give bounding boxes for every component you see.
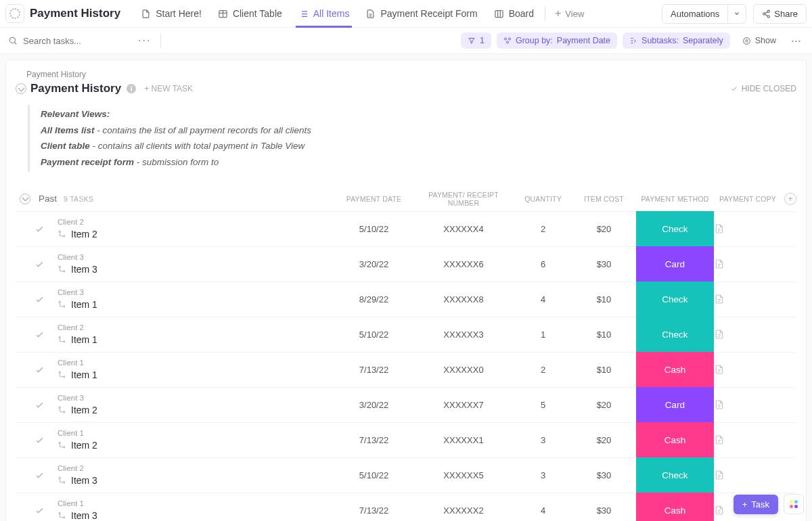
- row-cost[interactable]: $20: [572, 400, 636, 410]
- row-date[interactable]: 7/13/22: [335, 435, 413, 445]
- row-name-cell[interactable]: Client 1 Item 1: [55, 359, 335, 380]
- new-task-link[interactable]: + NEW TASK: [144, 84, 193, 93]
- row-method-badge[interactable]: Check: [636, 211, 714, 246]
- group-name[interactable]: Past: [39, 194, 57, 204]
- show-button[interactable]: Show: [736, 32, 783, 49]
- collapse-toggle-icon[interactable]: [16, 83, 26, 94]
- row-copy[interactable]: [714, 329, 782, 340]
- row-checkmark-icon[interactable]: [35, 224, 55, 234]
- row-checkmark-icon[interactable]: [35, 435, 55, 445]
- row-cost[interactable]: $20: [572, 435, 636, 445]
- row-copy[interactable]: [714, 223, 782, 234]
- row-date[interactable]: 7/13/22: [335, 365, 413, 375]
- row-copy[interactable]: [714, 258, 782, 269]
- table-row[interactable]: Client 3 Item 3 3/20/22 XXXXXX6 6 $30 Ca…: [16, 246, 796, 281]
- more-options-icon[interactable]: ···: [788, 34, 804, 48]
- row-quantity[interactable]: 5: [514, 400, 572, 410]
- table-row[interactable]: Client 3 Item 1 8/29/22 XXXXXX8 4 $10 Ch…: [16, 281, 796, 317]
- row-cost[interactable]: $30: [572, 470, 636, 480]
- automations-button[interactable]: Automations: [662, 4, 728, 24]
- row-date[interactable]: 5/10/22: [335, 224, 413, 234]
- add-view-button[interactable]: + View: [548, 7, 591, 20]
- row-checkmark-icon[interactable]: [35, 400, 55, 410]
- filter-count-pill[interactable]: 1: [461, 32, 491, 49]
- row-checkmark-icon[interactable]: [35, 294, 55, 304]
- row-name-cell[interactable]: Client 3 Item 2: [55, 394, 335, 415]
- col-payment-method[interactable]: PAYMENT METHOD: [636, 195, 714, 203]
- group-by-pill[interactable]: Group by: Payment Date: [497, 32, 617, 49]
- apps-button[interactable]: [784, 494, 804, 514]
- row-receipt[interactable]: XXXXXX2: [413, 505, 514, 516]
- row-name-cell[interactable]: Client 2 Item 1: [55, 323, 335, 345]
- row-cost[interactable]: $10: [572, 330, 636, 340]
- row-name-cell[interactable]: Client 1 Item 3: [55, 499, 335, 521]
- row-date[interactable]: 5/10/22: [335, 330, 413, 340]
- row-name-cell[interactable]: Client 1 Item 2: [55, 429, 335, 451]
- group-collapse-icon[interactable]: [20, 194, 30, 204]
- new-task-fab[interactable]: + Task: [734, 495, 778, 514]
- hide-closed-button[interactable]: HIDE CLOSED: [730, 84, 796, 93]
- table-row[interactable]: Client 1 Item 3 7/13/22 XXXXXX2 4 $30 Ca…: [16, 493, 796, 522]
- row-date[interactable]: 5/10/22: [335, 470, 413, 480]
- row-name-cell[interactable]: Client 2 Item 3: [55, 464, 335, 486]
- table-row[interactable]: Client 2 Item 3 5/10/22 XXXXXX5 3 $30 Ch…: [16, 457, 796, 493]
- row-method-badge[interactable]: Cash: [636, 352, 714, 387]
- row-cost[interactable]: $20: [572, 224, 636, 234]
- row-receipt[interactable]: XXXXXX3: [413, 330, 514, 340]
- table-row[interactable]: Client 2 Item 2 5/10/22 XXXXXX4 2 $20 Ch…: [16, 211, 796, 246]
- automations-chevron[interactable]: [728, 4, 746, 24]
- row-quantity[interactable]: 2: [514, 365, 572, 375]
- search-more-icon[interactable]: ···: [131, 35, 158, 47]
- row-date[interactable]: 7/13/22: [335, 505, 413, 516]
- row-quantity[interactable]: 3: [514, 435, 572, 445]
- table-row[interactable]: Client 2 Item 1 5/10/22 XXXXXX3 1 $10 Ch…: [16, 317, 796, 352]
- logo-box[interactable]: [5, 4, 24, 23]
- search-wrap[interactable]: [8, 36, 131, 46]
- col-item-cost[interactable]: ITEM COST: [572, 195, 636, 203]
- row-receipt[interactable]: XXXXXX6: [413, 259, 514, 269]
- row-checkmark-icon[interactable]: [35, 470, 55, 480]
- row-quantity[interactable]: 6: [514, 259, 572, 269]
- row-receipt[interactable]: XXXXXX8: [413, 294, 514, 304]
- row-checkmark-icon[interactable]: [35, 505, 55, 516]
- col-receipt-number[interactable]: PAYMENT/ RECEIPT NUMBER: [413, 191, 514, 207]
- row-date[interactable]: 8/29/22: [335, 294, 413, 304]
- tab-board[interactable]: Board: [486, 0, 542, 27]
- row-method-badge[interactable]: Cash: [636, 493, 714, 521]
- row-checkmark-icon[interactable]: [35, 365, 55, 375]
- row-copy[interactable]: [714, 470, 782, 480]
- col-payment-date[interactable]: PAYMENT DATE: [335, 195, 413, 203]
- row-name-cell[interactable]: Client 2 Item 2: [55, 218, 335, 240]
- row-cost[interactable]: $10: [572, 365, 636, 375]
- row-checkmark-icon[interactable]: [35, 259, 55, 269]
- row-receipt[interactable]: XXXXXX1: [413, 435, 514, 445]
- row-quantity[interactable]: 1: [514, 330, 572, 340]
- row-cost[interactable]: $30: [572, 505, 636, 516]
- row-method-badge[interactable]: Check: [636, 281, 714, 317]
- row-method-badge[interactable]: Check: [636, 317, 714, 352]
- row-quantity[interactable]: 4: [514, 505, 572, 516]
- row-receipt[interactable]: XXXXXX5: [413, 470, 514, 480]
- info-icon[interactable]: i: [127, 84, 136, 93]
- breadcrumb[interactable]: Payment History: [26, 70, 796, 79]
- row-copy[interactable]: [714, 434, 782, 445]
- row-receipt[interactable]: XXXXXX4: [413, 224, 514, 234]
- tab-client-table[interactable]: Client Table: [210, 0, 290, 27]
- col-payment-copy[interactable]: PAYMENT COPY: [714, 195, 782, 203]
- row-quantity[interactable]: 3: [514, 470, 572, 480]
- row-copy[interactable]: [714, 294, 782, 304]
- row-name-cell[interactable]: Client 3 Item 1: [55, 288, 335, 310]
- col-quantity[interactable]: QUANTITY: [514, 195, 572, 203]
- row-cost[interactable]: $10: [572, 294, 636, 304]
- tab-all-items[interactable]: All Items: [290, 0, 358, 27]
- row-date[interactable]: 3/20/22: [335, 259, 413, 269]
- row-date[interactable]: 3/20/22: [335, 400, 413, 410]
- row-method-badge[interactable]: Cash: [636, 422, 714, 457]
- add-column-button[interactable]: +: [784, 193, 796, 205]
- row-method-badge[interactable]: Card: [636, 387, 714, 422]
- row-name-cell[interactable]: Client 3 Item 3: [55, 253, 335, 275]
- search-input[interactable]: [23, 36, 131, 46]
- subtasks-pill[interactable]: Subtasks: Separately: [623, 32, 730, 49]
- row-method-badge[interactable]: Card: [636, 246, 714, 281]
- tab-start-here[interactable]: Start Here!: [133, 0, 210, 27]
